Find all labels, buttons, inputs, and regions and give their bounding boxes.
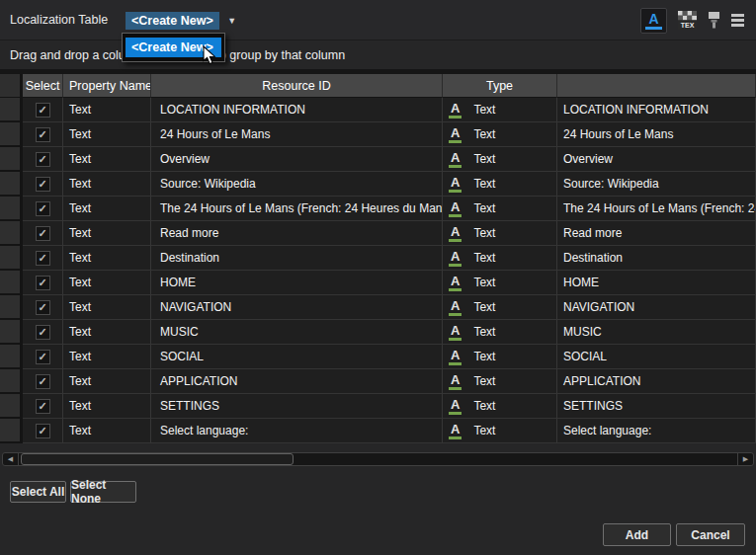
table-row[interactable]: ✓ Text Source: Wikipedia A Text Source: … [0, 172, 756, 197]
value-cell: LOCATION INFORMATION [557, 98, 756, 122]
checkmark-icon: ✓ [38, 426, 46, 436]
table-row[interactable]: ✓ Text APPLICATION A Text APPLICATION [0, 369, 756, 394]
select-cell: ✓ [23, 345, 63, 369]
table-row[interactable]: ✓ Text Overview A Text Overview [0, 147, 756, 172]
table-row[interactable]: ✓ Text LOCATION INFORMATION A Text LOCAT… [0, 98, 756, 122]
select-none-button[interactable]: Select None [70, 481, 136, 503]
value-cell: Select language: [557, 419, 756, 443]
row-checkbox[interactable]: ✓ [36, 201, 50, 216]
row-checkbox[interactable]: ✓ [36, 350, 50, 364]
header-resource-id[interactable]: Resource ID [151, 74, 443, 98]
property-name-cell: Text [63, 295, 151, 320]
scrollbar-thumb[interactable] [21, 453, 294, 465]
row-checkbox[interactable]: ✓ [36, 251, 50, 266]
table-row[interactable]: ✓ Text Select language: A Text Select la… [0, 419, 756, 443]
select-cell: ✓ [23, 271, 63, 295]
type-cell: A Text [443, 147, 557, 172]
resource-id-cell: SOCIAL [151, 345, 443, 369]
type-cell: A Text [443, 394, 557, 419]
chevron-down-icon[interactable]: ▼ [219, 16, 245, 26]
header-type[interactable]: Type [443, 74, 557, 98]
row-checkbox[interactable]: ✓ [36, 127, 50, 142]
row-indicator [0, 172, 23, 197]
value-cell: SOCIAL [557, 345, 756, 369]
header-property-name[interactable]: Property Name [63, 74, 151, 98]
type-label: Text [473, 325, 495, 339]
resource-id-cell: 24 Hours of Le Mans [151, 122, 443, 147]
menu-button[interactable] [731, 14, 744, 27]
table-combobox[interactable]: <Create New> ▼ [126, 11, 245, 31]
row-indicator [0, 197, 23, 221]
property-name-cell: Text [63, 419, 151, 443]
header-row-indicator [0, 74, 23, 98]
horizontal-scrollbar[interactable]: ◀ ▶ [2, 452, 754, 466]
row-checkbox[interactable]: ✓ [36, 177, 50, 192]
header-value[interactable] [557, 74, 756, 98]
value-cell: Read more [557, 221, 756, 246]
row-checkbox[interactable]: ✓ [36, 300, 50, 315]
property-name-cell: Text [63, 271, 151, 295]
table-row[interactable]: ✓ Text Read more A Text Read more [0, 221, 756, 246]
brush-button[interactable] [708, 12, 720, 29]
property-name-cell: Text [63, 147, 151, 172]
checkmark-icon: ✓ [38, 203, 46, 214]
resource-id-cell: Read more [151, 221, 443, 246]
scroll-right-arrow-icon[interactable]: ▶ [737, 453, 753, 465]
localization-grid: Select Property Name Resource ID Type ✓ … [0, 69, 756, 443]
resource-id-cell: Select language: [151, 419, 443, 443]
property-name-cell: Text [63, 369, 151, 394]
row-indicator [0, 221, 23, 246]
value-cell: NAVIGATION [557, 295, 756, 320]
table-row[interactable]: ✓ Text Destination A Text Destination [0, 246, 756, 271]
checkmark-icon: ✓ [38, 129, 46, 140]
header-select[interactable]: Select [23, 74, 63, 98]
resource-id-cell: The 24 Hours of Le Mans (French: 24 Heur… [151, 197, 443, 221]
cancel-button[interactable]: Cancel [676, 523, 745, 546]
resource-id-cell: Overview [151, 147, 443, 172]
type-label: Text [473, 103, 495, 117]
row-checkbox[interactable]: ✓ [36, 424, 50, 438]
row-checkbox[interactable]: ✓ [36, 103, 50, 118]
row-checkbox[interactable]: ✓ [36, 226, 50, 241]
type-cell: A Text [443, 271, 557, 295]
select-all-button[interactable]: Select All [10, 481, 66, 503]
table-row[interactable]: ✓ Text MUSIC A Text MUSIC [0, 320, 756, 345]
add-button[interactable]: Add [603, 523, 671, 546]
row-checkbox[interactable]: ✓ [36, 276, 50, 290]
row-checkbox[interactable]: ✓ [36, 152, 50, 167]
table-row[interactable]: ✓ Text SOCIAL A Text SOCIAL [0, 345, 756, 369]
checkmark-icon: ✓ [38, 179, 46, 190]
select-cell: ✓ [23, 320, 63, 345]
brush-icon [708, 12, 720, 29]
type-label: Text [473, 226, 495, 240]
text-type-icon: A [449, 398, 462, 415]
text-type-icon: A [449, 275, 462, 291]
table-row[interactable]: ✓ Text SETTINGS A Text SETTINGS [0, 394, 756, 419]
row-checkbox[interactable]: ✓ [36, 325, 50, 340]
table-row[interactable]: ✓ Text HOME A Text HOME [0, 271, 756, 295]
toolbar: Localization Table <Create New> ▼ A TEX [0, 0, 756, 40]
type-label: Text [473, 374, 495, 388]
row-checkbox[interactable]: ✓ [36, 399, 50, 414]
table-row[interactable]: ✓ Text NAVIGATION A Text NAVIGATION [0, 295, 756, 320]
property-name-cell: Text [63, 320, 151, 345]
value-cell: Overview [557, 147, 756, 172]
checkmark-icon: ✓ [38, 253, 46, 264]
table-body: ✓ Text LOCATION INFORMATION A Text LOCAT… [0, 98, 756, 443]
property-name-cell: Text [63, 345, 151, 369]
texture-localization-button[interactable]: TEX [678, 11, 697, 30]
text-localization-button[interactable]: A [640, 8, 667, 34]
property-name-cell: Text [63, 221, 151, 246]
property-name-cell: Text [63, 394, 151, 419]
value-cell: 24 Hours of Le Mans [557, 122, 756, 147]
scroll-left-arrow-icon[interactable]: ◀ [3, 453, 19, 465]
row-checkbox[interactable]: ✓ [36, 374, 50, 389]
checkmark-icon: ✓ [38, 278, 46, 288]
svg-text:TEX: TEX [681, 22, 695, 29]
table-row[interactable]: ✓ Text 24 Hours of Le Mans A Text 24 Hou… [0, 122, 756, 147]
table-row[interactable]: ✓ Text The 24 Hours of Le Mans (French: … [0, 197, 756, 221]
row-indicator [0, 419, 23, 443]
type-cell: A Text [443, 122, 557, 147]
type-cell: A Text [443, 295, 557, 320]
checkmark-icon: ✓ [38, 154, 46, 165]
